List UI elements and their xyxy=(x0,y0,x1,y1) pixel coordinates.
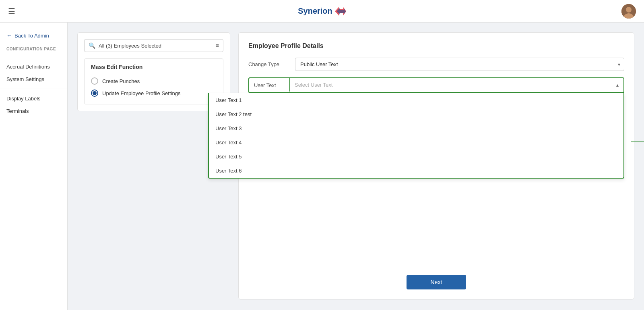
sidebar: ← Back To Admin CONFIGURATION PAGE Accru… xyxy=(0,23,68,310)
mass-edit-function-box: Mass Edit Function Create Punches Update… xyxy=(84,58,223,104)
arrow-line xyxy=(631,141,644,142)
left-panel: 🔍 All (3) Employees Selected ≡ Mass Edit… xyxy=(77,32,230,111)
user-text-section: User Text Select User Text ▴ User Text 1… xyxy=(248,77,624,93)
sidebar-divider xyxy=(0,57,67,57)
user-text-placeholder: Select User Text xyxy=(295,82,332,88)
hamburger-menu[interactable]: ☰ xyxy=(8,6,15,16)
mass-edit-title: Mass Edit Function xyxy=(91,64,217,70)
create-punches-option[interactable]: Create Punches xyxy=(91,75,217,87)
back-label: Back To Admin xyxy=(14,33,49,39)
user-text-row: User Text Select User Text ▴ xyxy=(248,77,624,93)
sidebar-item-display[interactable]: Display Labels xyxy=(0,92,67,105)
employees-selected-text: All (3) Employees Selected xyxy=(99,43,213,49)
avatar-image xyxy=(621,4,636,19)
sidebar-item-accrual[interactable]: Accrual Definitions xyxy=(0,60,67,73)
next-button-area: Next xyxy=(248,267,624,289)
annotation-arrow xyxy=(631,139,644,144)
change-type-select-wrapper: Public User Text Private User Text ▾ xyxy=(295,58,624,71)
annotation-callout: Select user text xyxy=(631,139,644,145)
main-layout: ← Back To Admin CONFIGURATION PAGE Accru… xyxy=(0,23,644,310)
sidebar-item-system[interactable]: System Settings xyxy=(0,73,67,85)
panel-title: Employee Profile Details xyxy=(248,42,624,50)
user-text-label: User Text xyxy=(249,78,289,92)
dropdown-item-1[interactable]: User Text 1 xyxy=(209,93,623,107)
chevron-up-icon: ▴ xyxy=(616,82,619,88)
user-avatar[interactable] xyxy=(621,4,636,19)
top-navigation: ☰ Synerion xyxy=(0,0,644,23)
user-text-dropdown: User Text 1 User Text 2 test User Text 3… xyxy=(208,93,624,179)
change-type-label: Change Type xyxy=(248,61,289,67)
change-type-select[interactable]: Public User Text Private User Text xyxy=(295,58,624,71)
back-to-admin-link[interactable]: ← Back To Admin xyxy=(0,29,67,42)
config-section-label: CONFIGURATION PAGE xyxy=(0,42,67,54)
sidebar-divider-2 xyxy=(0,89,67,89)
search-icon: 🔍 xyxy=(89,42,95,49)
svg-point-3 xyxy=(626,7,632,12)
brand-icon xyxy=(335,7,346,16)
dropdown-item-3[interactable]: User Text 3 xyxy=(209,121,623,135)
change-type-row: Change Type Public User Text Private Use… xyxy=(248,58,624,71)
radio-selected-dot xyxy=(93,91,97,95)
dropdown-item-2[interactable]: User Text 2 test xyxy=(209,107,623,121)
employee-search-bar[interactable]: 🔍 All (3) Employees Selected ≡ xyxy=(84,39,223,52)
right-panel: Employee Profile Details Change Type Pub… xyxy=(238,32,634,300)
brand-name: Synerion xyxy=(298,6,332,16)
back-arrow-icon: ← xyxy=(6,32,12,39)
dropdown-item-4[interactable]: User Text 4 xyxy=(209,135,623,150)
sidebar-item-terminals[interactable]: Terminals xyxy=(0,105,67,117)
user-text-select-area: Select User Text ▴ xyxy=(289,78,623,92)
next-button[interactable]: Next xyxy=(407,275,466,289)
main-content: 🔍 All (3) Employees Selected ≡ Mass Edit… xyxy=(68,23,644,310)
update-profile-radio[interactable] xyxy=(91,89,98,97)
create-punches-label: Create Punches xyxy=(102,78,140,84)
update-profile-option[interactable]: Update Employee Profile Settings xyxy=(91,87,217,99)
brand-logo: Synerion xyxy=(298,6,346,16)
filter-icon[interactable]: ≡ xyxy=(216,42,219,49)
dropdown-item-5[interactable]: User Text 5 xyxy=(209,150,623,164)
user-text-select-header[interactable]: Select User Text ▴ xyxy=(289,78,623,92)
dropdown-item-6[interactable]: User Text 6 xyxy=(209,164,623,178)
update-profile-label: Update Employee Profile Settings xyxy=(102,90,180,96)
create-punches-radio[interactable] xyxy=(91,77,98,85)
